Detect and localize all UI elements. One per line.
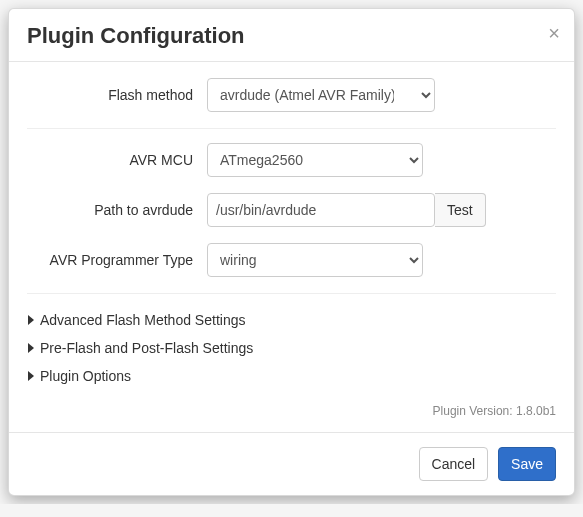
accordion-advanced-flash[interactable]: Advanced Flash Method Settings	[27, 308, 556, 332]
select-avr-mcu[interactable]: ATmega2560	[207, 143, 423, 177]
label-avrdude-path: Path to avrdude	[27, 202, 207, 218]
label-programmer-type: AVR Programmer Type	[27, 252, 207, 268]
divider	[27, 293, 556, 294]
divider	[27, 128, 556, 129]
modal-body: Flash method avrdude (Atmel AVR Family) …	[9, 62, 574, 432]
chevron-right-icon	[27, 370, 36, 382]
modal-footer: Cancel Save	[9, 432, 574, 495]
accordion-label: Plugin Options	[40, 368, 131, 384]
modal-header: Plugin Configuration ×	[9, 9, 574, 62]
plugin-version-text: Plugin Version: 1.8.0b1	[27, 404, 556, 418]
row-avr-mcu: AVR MCU ATmega2560	[27, 143, 556, 177]
row-avrdude-path: Path to avrdude Test	[27, 193, 556, 227]
input-avrdude-path[interactable]	[207, 193, 435, 227]
close-icon: ×	[548, 22, 560, 44]
chevron-right-icon	[27, 342, 36, 354]
row-flash-method: Flash method avrdude (Atmel AVR Family)	[27, 78, 556, 112]
accordion-pre-post-flash[interactable]: Pre-Flash and Post-Flash Settings	[27, 336, 556, 360]
select-programmer-type[interactable]: wiring	[207, 243, 423, 277]
plugin-config-modal: Plugin Configuration × Flash method avrd…	[8, 8, 575, 496]
close-button[interactable]: ×	[548, 23, 560, 43]
label-flash-method: Flash method	[27, 87, 207, 103]
chevron-right-icon	[27, 314, 36, 326]
accordion-label: Advanced Flash Method Settings	[40, 312, 245, 328]
test-path-button[interactable]: Test	[435, 193, 486, 227]
modal-title: Plugin Configuration	[27, 23, 556, 49]
cancel-button[interactable]: Cancel	[419, 447, 489, 481]
select-flash-method[interactable]: avrdude (Atmel AVR Family)	[207, 78, 435, 112]
accordion-label: Pre-Flash and Post-Flash Settings	[40, 340, 253, 356]
save-button[interactable]: Save	[498, 447, 556, 481]
label-avr-mcu: AVR MCU	[27, 152, 207, 168]
row-programmer-type: AVR Programmer Type wiring	[27, 243, 556, 277]
accordion-plugin-options[interactable]: Plugin Options	[27, 364, 556, 388]
